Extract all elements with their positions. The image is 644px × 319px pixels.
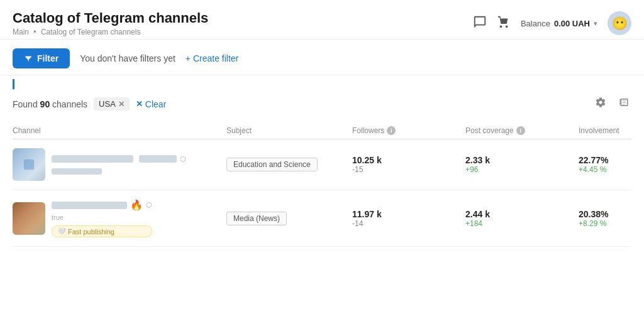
followers-main-2: 11.97 k <box>352 209 465 219</box>
involvement-main-2: 20.38% <box>579 209 644 219</box>
balance-area: Balance 0.00 UAH ▾ <box>521 19 597 28</box>
followers-sub-1: -15 <box>352 165 465 174</box>
involvement-main-1: 22.77% <box>579 155 644 165</box>
search-input[interactable] <box>19 79 208 89</box>
results-row-right <box>592 95 631 112</box>
th-followers: Followers i <box>352 126 465 135</box>
involvement-sub-2: +8.29 % <box>579 219 644 228</box>
toolbar: Filter You don't have filters yet + Crea… <box>0 40 644 75</box>
involvement-cell-1: 22.77% +4.45 % <box>579 155 644 174</box>
filter-icon <box>24 54 33 63</box>
coverage-main-1: 2.33 k <box>465 155 579 165</box>
table-header: Channel Subject Followers i Post coverag… <box>13 121 631 139</box>
channel-name-row-2: 🔥 ⬡ <box>52 199 152 211</box>
subject-cell-1: Education and Science <box>226 158 352 171</box>
coverage-cell-1: 2.33 k +96 <box>465 155 579 174</box>
breadcrumb-current: Catalog of Telegram channels <box>41 28 141 36</box>
clear-label: Clear <box>145 99 166 109</box>
heart-icon: 🤍 <box>57 227 66 235</box>
settings-icon-button[interactable] <box>592 95 609 112</box>
fast-pub-badge: 🤍 Fast publishing <box>52 225 152 237</box>
usa-tag-chip: USA ✕ <box>94 97 130 111</box>
channel-thumb-2[interactable] <box>13 202 45 235</box>
involvement-cell-2: 20.38% +8.29 % <box>579 209 644 228</box>
filter-btn-label: Filter <box>37 53 58 63</box>
remove-tag-icon[interactable]: ✕ <box>118 100 125 109</box>
breadcrumb-sep: • <box>33 28 36 36</box>
channel-cell-2: 🔥 ⬡ true 🤍 Fast publishing <box>13 199 226 237</box>
th-channel: Channel <box>13 126 226 135</box>
table-row: 🔥 ⬡ true 🤍 Fast publishing Media ( <box>13 190 631 247</box>
found-text: Found 90 channels <box>13 99 87 109</box>
followers-cell-2: 11.97 k -14 <box>352 209 465 228</box>
clear-x-icon: ✕ <box>136 99 143 109</box>
fast-pub-label: Fast publishing <box>68 228 114 235</box>
followers-main-1: 10.25 k <box>352 155 465 165</box>
channel-info-1: ⬡ <box>52 155 186 175</box>
header-right: Balance 0.00 UAH ▾ 😶 <box>473 11 631 35</box>
followers-cell-1: 10.25 k -15 <box>352 155 465 174</box>
channel-info-2: 🔥 ⬡ true 🤍 Fast publishing <box>52 199 152 237</box>
channel-name-row-1: ⬡ <box>52 155 186 163</box>
table-row: ⬡ Education and Science 10.25 k -15 2.33… <box>13 139 631 190</box>
channel-cell-1: ⬡ <box>13 148 226 181</box>
tag-label: USA <box>99 99 116 109</box>
header-left: Catalog of Telegram channels Main • Cata… <box>13 10 208 36</box>
avatar-face: 😶 <box>612 16 628 31</box>
coverage-main-2: 2.44 k <box>465 209 579 219</box>
chat-icon[interactable] <box>473 15 487 32</box>
ext-link-icon-1[interactable]: ⬡ <box>180 155 186 163</box>
balance-label: Balance <box>521 19 550 28</box>
channel-sub-row-2: true <box>52 214 152 221</box>
breadcrumb: Main • Catalog of Telegram channels <box>13 28 208 36</box>
subject-cell-2: Media (News) <box>226 212 352 225</box>
no-filters-text: You don't have filters yet <box>80 53 175 63</box>
th-involvement: Involvement <box>579 126 644 135</box>
balance-amount: 0.00 UAH <box>554 19 590 28</box>
page: Catalog of Telegram channels Main • Cata… <box>0 0 644 319</box>
balance-dropdown-icon[interactable]: ▾ <box>594 19 597 28</box>
channel-name-blur-2 <box>52 202 127 209</box>
th-subject: Subject <box>226 126 352 135</box>
coverage-sub-1: +96 <box>465 165 579 174</box>
found-count: 90 <box>40 99 50 109</box>
channel-name-blur-1b <box>139 155 177 163</box>
coverage-cell-2: 2.44 k +184 <box>465 209 579 228</box>
search-bar-container <box>13 79 208 89</box>
fast-pub-row: 🤍 Fast publishing <box>52 225 152 237</box>
breadcrumb-main[interactable]: Main <box>13 28 29 36</box>
coverage-info-icon[interactable]: i <box>516 126 525 135</box>
page-title: Catalog of Telegram channels <box>13 10 208 26</box>
followers-info-icon[interactable]: i <box>387 126 396 135</box>
no-ratings-label: true <box>52 214 64 221</box>
cart-icon[interactable] <box>497 15 511 32</box>
create-filter-link[interactable]: + Create filter <box>186 53 238 63</box>
export-icon-button[interactable] <box>615 95 631 112</box>
found-suffix: channels <box>50 99 87 109</box>
clear-button[interactable]: ✕ Clear <box>136 99 166 109</box>
ext-link-icon-2[interactable]: ⬡ <box>146 201 152 209</box>
th-coverage: Post coverage i <box>465 126 579 135</box>
search-bar-row <box>0 75 644 90</box>
channel-desc-blur-1 <box>52 168 102 175</box>
filter-button[interactable]: Filter <box>13 48 70 68</box>
subject-tag-1[interactable]: Education and Science <box>226 158 318 171</box>
avatar[interactable]: 😶 <box>608 11 631 35</box>
table-container: Channel Subject Followers i Post coverag… <box>0 121 644 247</box>
svg-rect-0 <box>24 160 35 170</box>
channel-name-blur-1 <box>52 155 133 163</box>
coverage-sub-2: +184 <box>465 219 579 228</box>
results-row: Found 90 channels USA ✕ ✕ Clear <box>0 90 644 117</box>
fire-icon: 🔥 <box>130 199 143 211</box>
header: Catalog of Telegram channels Main • Cata… <box>0 0 644 40</box>
subject-tag-2[interactable]: Media (News) <box>226 212 287 225</box>
channel-thumb-1[interactable] <box>13 148 45 181</box>
followers-sub-2: -14 <box>352 219 465 228</box>
found-prefix: Found <box>13 99 40 109</box>
channel-thumb-icon-1 <box>13 148 45 181</box>
involvement-sub-1: +4.45 % <box>579 165 644 174</box>
